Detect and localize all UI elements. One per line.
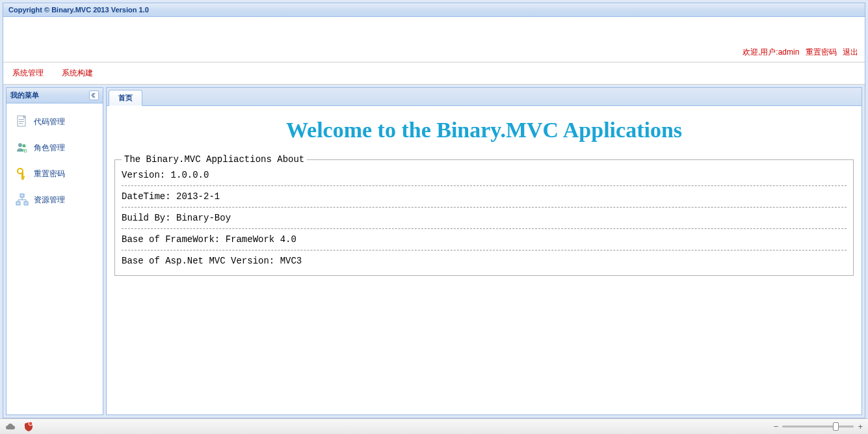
document-icon (16, 115, 29, 128)
app-window: Copyright © Binary.MVC 2013 Version 1.0 … (3, 3, 865, 418)
zoom-slider[interactable] (782, 426, 854, 427)
svg-point-4 (18, 143, 22, 147)
svg-point-14 (29, 422, 33, 426)
sidebar-item-label: 角色管理 (34, 142, 65, 154)
chevron-left-icon (91, 92, 97, 98)
sidebar-item-label: 资源管理 (34, 195, 65, 206)
key-icon (16, 167, 29, 180)
zoom-out-button[interactable]: − (774, 422, 779, 431)
tree-icon (16, 193, 29, 206)
zoom-slider-thumb[interactable] (833, 422, 839, 431)
about-row-datetime: DateTime: 2013-2-1 (122, 186, 847, 208)
about-row-mvc: Base of Asp.Net MVC Version: MVC3 (122, 251, 847, 271)
tab-strip: 首页 (107, 88, 861, 106)
shield-warning-icon[interactable] (23, 422, 34, 432)
sidebar: 我的菜单 代码管理 角色管理 (6, 87, 103, 415)
sidebar-title: 我的菜单 (10, 90, 39, 100)
window-titlebar: Copyright © Binary.MVC 2013 Version 1.0 (3, 3, 865, 17)
sidebar-item-role-manage[interactable]: 角色管理 (10, 135, 99, 161)
main-panel: 首页 Welcome to the Binary.MVC Application… (106, 87, 862, 415)
svg-rect-8 (21, 172, 23, 179)
sidebar-item-code-manage[interactable]: 代码管理 (10, 109, 99, 135)
svg-rect-1 (19, 119, 24, 120)
logout-link[interactable]: 退出 (843, 47, 858, 57)
menu-system-manage[interactable]: 系统管理 (12, 68, 44, 79)
svg-rect-10 (21, 178, 24, 180)
tab-home[interactable]: 首页 (109, 90, 142, 106)
window-title: Copyright © Binary.MVC 2013 Version 1.0 (8, 6, 149, 14)
sidebar-item-label: 重置密码 (34, 169, 65, 180)
sidebar-body: 代码管理 角色管理 重置密码 (7, 103, 103, 414)
svg-rect-13 (24, 202, 28, 205)
browser-statusbar: − + (0, 418, 868, 434)
username: admin (778, 47, 800, 57)
zoom-in-button[interactable]: + (858, 422, 863, 431)
svg-rect-9 (21, 176, 25, 178)
svg-rect-12 (16, 202, 20, 205)
welcome-heading: Welcome to the Binary.MVC Applications (114, 118, 854, 142)
about-legend: The Binary.MVC Appliactions About (122, 154, 307, 165)
sidebar-item-label: 代码管理 (34, 116, 65, 128)
svg-rect-11 (20, 194, 24, 197)
header-region: 欢迎,用户:admin 重置密码 退出 (3, 17, 865, 62)
svg-rect-2 (19, 121, 24, 122)
svg-point-5 (23, 144, 26, 148)
body-region: 我的菜单 代码管理 角色管理 (3, 85, 865, 418)
about-fieldset: The Binary.MVC Appliactions About Versio… (114, 154, 854, 276)
welcome-text: 欢迎,用户:admin (743, 47, 799, 57)
sidebar-collapse-button[interactable] (89, 90, 99, 100)
reset-password-link[interactable]: 重置密码 (806, 47, 837, 57)
main-menubar: 系统管理 系统构建 (3, 62, 865, 85)
zoom-control: − + (774, 422, 863, 431)
user-links: 欢迎,用户:admin 重置密码 退出 (743, 47, 858, 58)
about-row-buildby: Build By: Binary-Boy (122, 208, 847, 229)
sidebar-item-reset-password[interactable]: 重置密码 (10, 161, 99, 187)
sidebar-item-resource-manage[interactable]: 资源管理 (10, 187, 99, 213)
about-row-framework: Base of FrameWork: FrameWork 4.0 (122, 229, 847, 251)
about-row-version: Version: 1.0.0.0 (122, 165, 847, 186)
cloud-icon[interactable] (5, 422, 16, 432)
svg-rect-3 (19, 123, 23, 124)
main-content: Welcome to the Binary.MVC Applications T… (107, 106, 861, 414)
menu-system-build[interactable]: 系统构建 (62, 68, 93, 79)
users-icon (16, 141, 29, 154)
sidebar-header: 我的菜单 (7, 88, 103, 103)
